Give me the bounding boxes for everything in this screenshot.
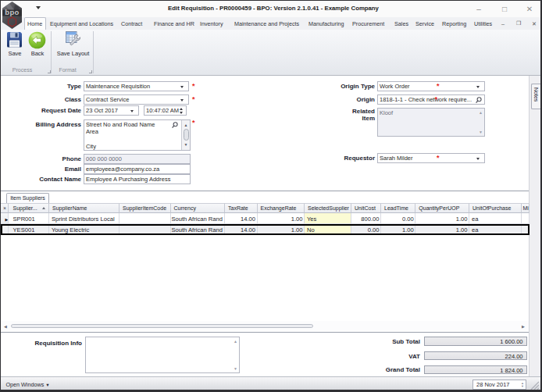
svg-text:bpo: bpo	[5, 8, 20, 16]
